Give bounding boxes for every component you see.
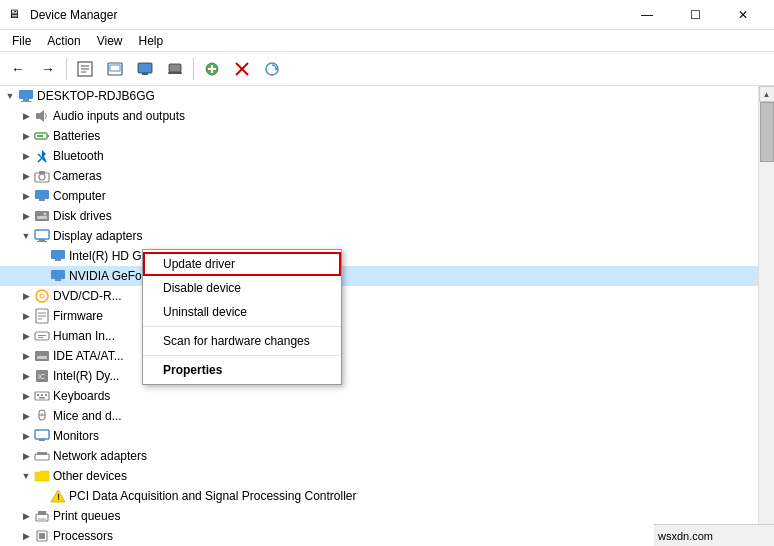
camera-icon	[34, 168, 50, 184]
expander[interactable]: ▶	[18, 148, 34, 164]
svg-line-25	[38, 158, 42, 162]
menu-file[interactable]: File	[4, 32, 39, 50]
expander[interactable]: ▶	[18, 428, 34, 444]
toolbar-properties[interactable]	[71, 55, 99, 83]
svg-rect-5	[110, 65, 120, 71]
expander[interactable]: ▶	[18, 328, 34, 344]
svg-rect-18	[23, 99, 29, 101]
list-item[interactable]: ▶ Keyboards	[0, 386, 758, 406]
item-label: Firmware	[53, 309, 103, 323]
expander[interactable]: ▶	[18, 368, 34, 384]
list-item[interactable]: ▶ Monitors	[0, 426, 758, 446]
list-item[interactable]: ▶ Firmware	[0, 306, 758, 326]
expander[interactable]: ▶	[18, 528, 34, 544]
mice-icon	[34, 408, 50, 424]
maximize-button[interactable]: ☐	[672, 0, 718, 30]
ctx-disable-device[interactable]: Disable device	[143, 276, 341, 300]
ctx-scan-hardware[interactable]: Scan for hardware changes	[143, 329, 341, 353]
audio-icon	[34, 108, 50, 124]
ctx-update-driver[interactable]: Update driver	[143, 252, 341, 276]
expander[interactable]: ▶	[18, 208, 34, 224]
svg-rect-8	[169, 64, 181, 72]
list-item[interactable]: ▼ Other devices	[0, 466, 758, 486]
toolbar-remove[interactable]	[228, 55, 256, 83]
list-item[interactable]: ▶ Audio inputs and outputs	[0, 106, 758, 126]
intel-dy-icon: IC	[34, 368, 50, 384]
toolbar-add[interactable]	[198, 55, 226, 83]
item-label: PCI Data Acquisition and Signal Processi…	[69, 489, 356, 503]
ctx-uninstall-device[interactable]: Uninstall device	[143, 300, 341, 324]
minimize-button[interactable]: —	[624, 0, 670, 30]
list-item[interactable]: ▼ Display adapters	[0, 226, 758, 246]
toolbar-monitor[interactable]	[131, 55, 159, 83]
svg-rect-28	[39, 171, 45, 174]
list-item[interactable]: ▶ ! PCI Data Acquisition and Signal Proc…	[0, 486, 758, 506]
scroll-thumb[interactable]	[760, 102, 774, 162]
list-item[interactable]: ▶ IC Intel(R) Dy...	[0, 366, 758, 386]
list-item[interactable]: ▶ Disk drives	[0, 206, 758, 226]
expander[interactable]: ▶	[18, 128, 34, 144]
svg-rect-55	[37, 394, 39, 396]
list-item[interactable]: ▶ Intel(R) HD Graphics 520	[0, 246, 758, 266]
toolbar-scan-hardware[interactable]	[258, 55, 286, 83]
expander[interactable]: ▶	[18, 108, 34, 124]
item-label: Audio inputs and outputs	[53, 109, 185, 123]
menu-action[interactable]: Action	[39, 32, 88, 50]
list-item[interactable]: ▶ Network adapters	[0, 446, 758, 466]
scroll-track[interactable]	[759, 102, 775, 530]
list-item[interactable]: ▶ Processors	[0, 526, 758, 546]
svg-rect-35	[39, 239, 45, 241]
expander[interactable]: ▶	[18, 308, 34, 324]
svg-rect-20	[36, 113, 40, 119]
monitor-icon	[34, 428, 50, 444]
expander[interactable]: ▶	[18, 168, 34, 184]
svg-rect-36	[37, 241, 47, 242]
svg-rect-19	[21, 101, 31, 102]
item-label: Disk drives	[53, 209, 112, 223]
item-label: DVD/CD-R...	[53, 289, 122, 303]
list-item[interactable]: ▶ Batteries	[0, 126, 758, 146]
list-item[interactable]: ▶ Computer	[0, 186, 758, 206]
toolbar-laptop[interactable]	[161, 55, 189, 83]
root-expander[interactable]: ▼	[2, 88, 18, 104]
ctx-separator-1	[143, 326, 341, 327]
svg-rect-7	[142, 73, 148, 75]
svg-rect-32	[37, 216, 47, 219]
tree-root[interactable]: ▼ DESKTOP-RDJB6GG	[0, 86, 758, 106]
expander[interactable]: ▶	[18, 508, 34, 524]
list-item[interactable]: ▶ Bluetooth	[0, 146, 758, 166]
list-item[interactable]: ▶ IDE ATA/AT...	[0, 346, 758, 366]
expander[interactable]: ▶	[18, 408, 34, 424]
toolbar-scan[interactable]	[101, 55, 129, 83]
expander[interactable]: ▶	[18, 188, 34, 204]
display-icon	[34, 228, 50, 244]
list-item[interactable]: ▶ Human In...	[0, 326, 758, 346]
dvd-icon	[34, 288, 50, 304]
tree-scroll[interactable]: ▼ DESKTOP-RDJB6GG ▶ Audio inputs and out…	[0, 86, 758, 546]
svg-rect-56	[41, 394, 43, 396]
disk-icon	[34, 208, 50, 224]
scrollbar[interactable]: ▲ ▼	[758, 86, 774, 546]
expander[interactable]: ▶	[18, 348, 34, 364]
list-item[interactable]: ▶ Cameras	[0, 166, 758, 186]
list-item[interactable]: ▶ Mice and d...	[0, 406, 758, 426]
svg-rect-38	[55, 259, 61, 261]
expander[interactable]: ▶	[18, 448, 34, 464]
svg-rect-49	[38, 337, 43, 338]
list-item[interactable]: ▶ Print queues	[0, 506, 758, 526]
scroll-up[interactable]: ▲	[759, 86, 775, 102]
close-button[interactable]: ✕	[720, 0, 766, 30]
expander[interactable]: ▼	[18, 228, 34, 244]
expander: ▶	[34, 488, 50, 504]
list-item[interactable]: ▶ NVIDIA GeForce 940M	[0, 266, 758, 286]
expander[interactable]: ▶	[18, 388, 34, 404]
menu-view[interactable]: View	[89, 32, 131, 50]
expander[interactable]: ▶	[18, 288, 34, 304]
toolbar-forward[interactable]: →	[34, 55, 62, 83]
list-item[interactable]: ▶ DVD/CD-R...	[0, 286, 758, 306]
expander[interactable]: ▼	[18, 468, 34, 484]
ctx-properties[interactable]: Properties	[143, 358, 341, 382]
toolbar-back[interactable]: ←	[4, 55, 32, 83]
processor-icon	[34, 528, 50, 544]
menu-help[interactable]: Help	[131, 32, 172, 50]
